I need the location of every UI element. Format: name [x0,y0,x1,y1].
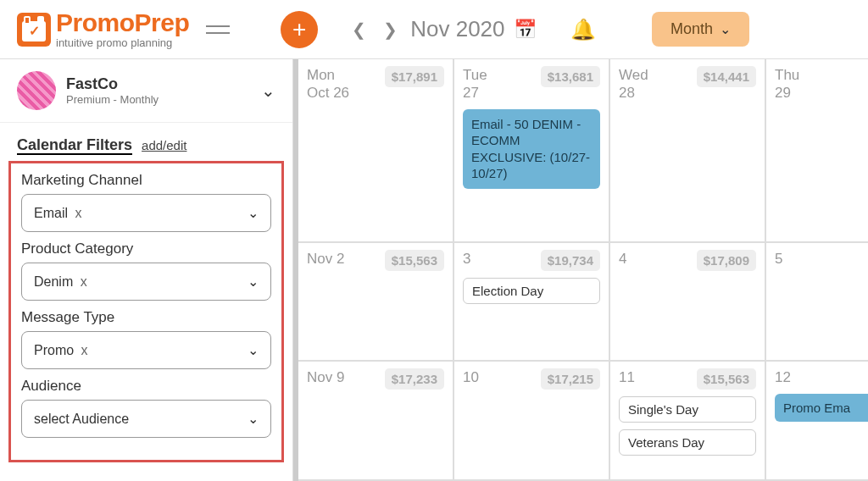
day-label: MonOct 26 [307,66,349,102]
day-amount: $14,441 [697,66,756,87]
filter-value: Email x [34,206,81,221]
filters-header: Calendar Filters add/edit [0,123,292,161]
menu-icon[interactable] [206,20,230,39]
filter-label: Product Category [21,240,271,257]
day-label: 5 [775,250,782,268]
day-label: Nov 2 [307,250,344,268]
calendar-row: MonOct 26$17,891Tue27$13,681Email - 50 D… [298,59,868,243]
calendar-cell[interactable]: Thu29 [766,59,868,241]
filter-select[interactable]: select Audience⌄ [21,400,271,438]
filter-select[interactable]: Promo x⌄ [21,331,271,369]
day-label: Wed28 [619,66,648,102]
view-selector[interactable]: Month ⌄ [652,12,749,47]
calendar-event[interactable]: Email - 50 DENIM - ECOMM EXCLUSIVE: (10/… [463,109,600,189]
org-plan: Premium - Monthly [66,93,251,106]
calendar-cell[interactable]: Nov 2$15,563 [298,243,454,361]
filter-select[interactable]: Denim x⌄ [21,263,271,301]
day-label: 12 [775,368,791,386]
calendar-cell[interactable]: 4$17,809 [610,243,766,361]
calendar-cell[interactable]: 11$15,563Single's DayVeterans Day [610,362,766,479]
calendar-event[interactable]: Promo Ema [775,394,868,422]
bell-icon[interactable]: 🔔 [570,18,596,41]
day-amount: $15,563 [385,250,444,271]
day-label: Tue27 [463,66,487,102]
day-amount: $17,233 [385,368,444,390]
add-button[interactable]: + [281,11,318,48]
next-arrow-icon[interactable]: ❯ [383,19,398,40]
logo-icon: ✓ [17,13,51,47]
calendar-event[interactable]: Single's Day [619,396,756,423]
day-label: 3 [463,250,470,268]
filters-panel: Marketing ChannelEmail x⌄Product Categor… [8,161,284,462]
clear-icon[interactable]: x [76,274,86,289]
filter-label: Message Type [21,309,271,326]
day-amount: $15,563 [697,368,756,390]
day-label: 4 [619,250,626,268]
calendar-event[interactable]: Veterans Day [619,429,756,456]
clear-icon[interactable]: x [71,206,81,220]
org-selector[interactable]: FastCo Premium - Monthly ⌄ [0,59,292,123]
chevron-down-icon: ⌄ [248,205,259,221]
day-amount: $17,809 [697,250,756,271]
prev-arrow-icon[interactable]: ❮ [352,19,366,40]
day-label: 11 [619,368,635,386]
calendar-cell[interactable]: Nov 9$17,233 [298,362,454,479]
day-amount: $13,681 [541,66,600,87]
calendar-row: Nov 9$17,23310$17,21511$15,563Single's D… [298,362,868,481]
chevron-down-icon: ⌄ [720,21,731,37]
calendar-cell[interactable]: 12Promo Ema [766,362,868,479]
calendar-cell[interactable]: 5 [766,243,868,361]
chevron-down-icon: ⌄ [248,274,259,290]
chevron-down-icon: ⌄ [261,80,275,101]
calendar-cell[interactable]: Wed28$14,441 [610,59,766,241]
brand-name: PromoPrep [56,10,189,36]
day-amount: $17,215 [541,368,600,390]
filter-value: Denim x [34,274,87,290]
sidebar: FastCo Premium - Monthly ⌄ Calendar Filt… [0,59,293,481]
calendar-icon[interactable]: 📅 [514,19,537,41]
filter-label: Audience [21,378,271,395]
day-label: Nov 9 [307,368,344,386]
date-nav: ❮ ❯ [352,19,398,40]
day-label: Thu29 [775,66,799,102]
calendar-row: Nov 2$15,5633$19,734Election Day4$17,809… [298,243,868,362]
org-name: FastCo [66,75,251,93]
calendar-cell[interactable]: 10$17,215 [454,362,610,479]
app-header: ✓ PromoPrep intuitive promo planning + ❮… [0,0,868,59]
current-period[interactable]: Nov 2020 📅 [410,16,536,42]
org-avatar [17,71,56,110]
brand-tagline: intuitive promo planning [56,37,189,48]
day-label: 10 [463,368,479,386]
logo[interactable]: ✓ PromoPrep intuitive promo planning [17,10,189,48]
calendar-cell[interactable]: MonOct 26$17,891 [298,59,454,241]
calendar-cell[interactable]: 3$19,734Election Day [454,243,610,361]
filter-value: select Audience [34,412,129,427]
clear-icon[interactable]: x [77,343,87,357]
filter-value: Promo x [34,343,88,358]
day-amount: $17,891 [385,66,444,87]
calendar-grid: MonOct 26$17,891Tue27$13,681Email - 50 D… [293,59,868,481]
day-amount: $19,734 [541,250,600,271]
filters-edit-link[interactable]: add/edit [142,138,186,152]
filter-label: Marketing Channel [21,172,271,189]
filter-select[interactable]: Email x⌄ [21,194,271,232]
chevron-down-icon: ⌄ [248,411,259,427]
chevron-down-icon: ⌄ [248,342,259,358]
calendar-cell[interactable]: Tue27$13,681Email - 50 DENIM - ECOMM EXC… [454,59,610,241]
calendar-event[interactable]: Election Day [463,278,600,304]
